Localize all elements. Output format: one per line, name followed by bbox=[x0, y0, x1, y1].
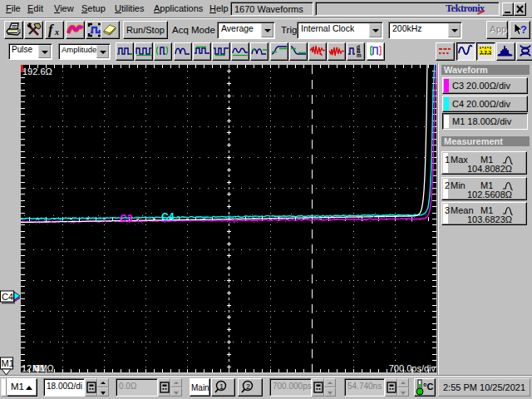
svg-text:M1: M1 bbox=[2, 358, 14, 368]
svg-text:m: m bbox=[357, 52, 362, 58]
svg-text:C3: C3 bbox=[120, 213, 133, 224]
svg-text:?: ? bbox=[520, 23, 527, 36]
svg-text:x: x bbox=[54, 27, 59, 37]
svg-text:C4: C4 bbox=[161, 211, 175, 223]
svg-text:°C: °C bbox=[423, 382, 433, 392]
svg-text:2: 2 bbox=[246, 382, 250, 391]
svg-text:1: 1 bbox=[219, 382, 224, 391]
svg-text:M1: M1 bbox=[32, 363, 45, 372]
svg-text:f: f bbox=[48, 22, 55, 37]
svg-text:700.0ps/div: 700.0ps/div bbox=[389, 363, 436, 372]
svg-text:1 2 3: 1 2 3 bbox=[480, 50, 492, 55]
svg-text:192.6Ω: 192.6Ω bbox=[22, 66, 52, 76]
svg-text:C4: C4 bbox=[2, 292, 13, 302]
